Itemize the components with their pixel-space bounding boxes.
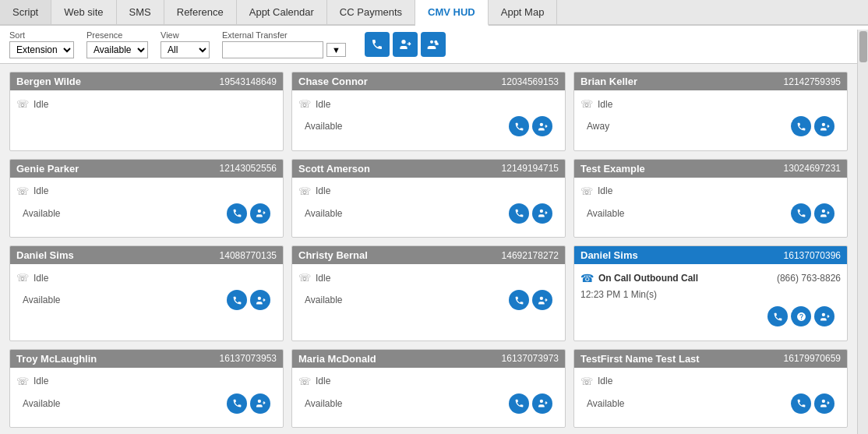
call-action-icon[interactable] xyxy=(509,393,529,414)
transfer-action-icon[interactable] xyxy=(814,306,834,326)
agent-card: Chase Connor12034569153☏IdleAvailable xyxy=(291,72,566,151)
transfer-action-icon[interactable] xyxy=(532,116,552,136)
transfer-action-icon[interactable] xyxy=(814,393,834,414)
transfer-action-icon[interactable] xyxy=(250,393,270,414)
transfer-icon-button[interactable] xyxy=(393,32,418,57)
svg-point-6 xyxy=(539,210,542,213)
call-action-icon[interactable] xyxy=(227,290,247,310)
call-status-text: Idle xyxy=(34,273,48,284)
call-action-icon[interactable] xyxy=(509,290,529,310)
tab-sms[interactable]: SMS xyxy=(117,0,164,24)
transfer-action-icon[interactable] xyxy=(250,290,270,310)
agent-name: Brian Keller xyxy=(580,76,637,87)
conference-icon-button[interactable] xyxy=(421,32,446,57)
phone-status-icon: ☏ xyxy=(580,376,593,387)
agent-card: Scott Amerson12149194715☏IdleAvailable xyxy=(291,159,566,238)
phone-status-icon: ☏ xyxy=(16,376,29,387)
call-action-icon[interactable] xyxy=(791,393,811,414)
tab-appt-map[interactable]: Appt Map xyxy=(489,0,558,24)
card-body: ☏IdleAvailable xyxy=(10,368,283,420)
presence-select[interactable]: AvailableAwayAll xyxy=(86,41,148,58)
tab-cc-payments[interactable]: CC Payments xyxy=(327,0,415,24)
transfer-action-icon[interactable] xyxy=(814,116,834,136)
phone-icon: ☎ xyxy=(580,272,594,284)
call-action-icon[interactable] xyxy=(227,393,247,414)
transfer-action-icon[interactable] xyxy=(814,203,834,224)
tab-website[interactable]: Web site xyxy=(51,0,116,24)
presence-status-text: Available xyxy=(305,295,342,305)
agent-name: Daniel Sims xyxy=(16,249,74,261)
scrollbar[interactable] xyxy=(857,30,868,434)
view-group: View AllActiveIdle xyxy=(161,30,210,58)
call-action-icon[interactable] xyxy=(509,203,529,224)
agent-number: 14088770135 xyxy=(220,250,277,261)
agent-name: Christy Bernal xyxy=(298,249,368,261)
card-footer: Available xyxy=(16,390,277,417)
call-action-icon[interactable] xyxy=(509,116,529,136)
svg-point-0 xyxy=(401,40,405,44)
call-action-icon[interactable] xyxy=(791,116,811,136)
status-row: ☏Idle xyxy=(298,372,559,390)
call-status-text: Idle xyxy=(598,185,612,196)
agent-card: Christy Bernal14692178272☏IdleAvailable xyxy=(291,245,566,341)
agent-card: Brian Keller12142759395☏IdleAway xyxy=(573,72,848,151)
action-icons xyxy=(791,203,834,224)
call-status-text: Idle xyxy=(34,99,48,110)
main-content: Bergen Wilde19543148649☏IdleChase Connor… xyxy=(0,64,857,434)
sort-label: Sort xyxy=(9,30,74,40)
tab-reference[interactable]: Reference xyxy=(164,0,237,24)
action-icons xyxy=(509,393,552,414)
status-row: ☏Idle xyxy=(298,95,559,113)
status-row: ☏Idle xyxy=(580,95,841,113)
call-action-icon[interactable] xyxy=(791,203,811,224)
card-footer: Available xyxy=(298,113,559,139)
presence-group: Presence AvailableAwayAll xyxy=(86,30,148,58)
action-icons xyxy=(509,203,552,224)
card-header: Chase Connor12034569153 xyxy=(292,72,565,90)
card-footer: Available xyxy=(298,200,559,227)
card-body: ☏IdleAvailable xyxy=(10,178,283,230)
tab-appt-calendar[interactable]: Appt Calendar xyxy=(237,0,327,24)
transfer-action-icon[interactable] xyxy=(532,203,552,224)
status-row: ☏Idle xyxy=(580,372,841,390)
view-select[interactable]: AllActiveIdle xyxy=(161,41,210,58)
call-status-text: Idle xyxy=(34,376,48,386)
scrollbar-thumb[interactable] xyxy=(859,31,867,62)
phone-status-icon: ☏ xyxy=(16,272,29,284)
card-footer: Available xyxy=(298,287,559,313)
card-footer: Away xyxy=(580,113,841,139)
transfer-action-icon[interactable] xyxy=(532,290,552,310)
svg-point-12 xyxy=(539,400,542,403)
status-row: ☏Idle xyxy=(16,269,277,287)
tab-script[interactable]: Script xyxy=(0,0,51,24)
sort-select[interactable]: ExtensionNameStatus xyxy=(9,41,74,58)
status-row: ☏Idle xyxy=(16,182,277,200)
card-footer: Available xyxy=(580,390,841,417)
agent-card: Maria McDonald16137073973☏IdleAvailable xyxy=(291,349,566,429)
agent-number: 16137073953 xyxy=(220,353,277,364)
svg-point-3 xyxy=(539,122,542,125)
tab-cmv-hud[interactable]: CMV HUD xyxy=(415,0,489,26)
transfer-action-icon[interactable] xyxy=(250,203,270,224)
card-body: ☏Idle xyxy=(10,90,283,116)
call-action-icon[interactable] xyxy=(227,203,247,224)
agent-card: Daniel Sims14088770135☏IdleAvailable xyxy=(9,245,284,341)
external-transfer-dropdown-btn[interactable]: ▼ xyxy=(326,43,346,57)
help-action-icon[interactable] xyxy=(791,306,811,326)
card-body: ☏IdleAvailable xyxy=(574,368,847,420)
agent-name: Maria McDonald xyxy=(298,353,376,365)
transfer-action-icon[interactable] xyxy=(532,393,552,414)
agent-number: 12034569153 xyxy=(502,76,559,87)
app-wrapper: ScriptWeb siteSMSReferenceAppt CalendarC… xyxy=(0,0,868,434)
call-icon-button[interactable] xyxy=(365,32,390,57)
svg-point-9 xyxy=(539,296,542,299)
agent-number: 19543148649 xyxy=(220,76,277,87)
phone-status-icon: ☏ xyxy=(16,185,29,197)
action-button-group xyxy=(365,32,446,57)
action-icons xyxy=(227,290,270,310)
card-header: Troy McLaughlin16137073953 xyxy=(10,350,283,368)
agent-card: Bergen Wilde19543148649☏Idle xyxy=(9,72,284,151)
call-action-icon[interactable] xyxy=(767,306,788,326)
external-transfer-input[interactable] xyxy=(222,41,323,58)
status-row: ☏Idle xyxy=(16,95,277,113)
